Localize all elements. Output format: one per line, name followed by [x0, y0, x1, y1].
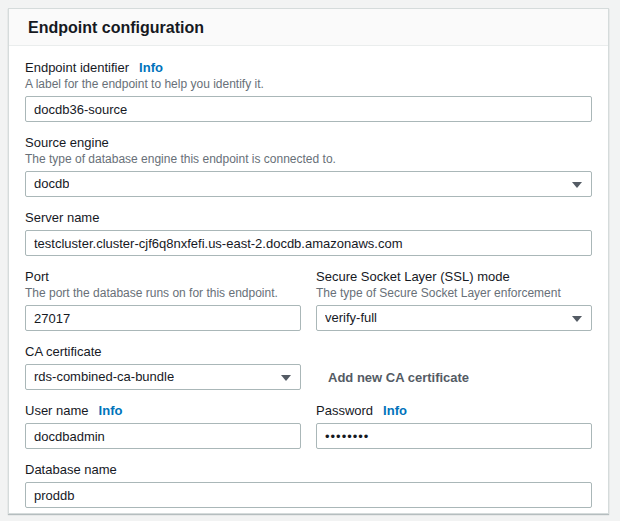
port-help: The port the database runs on for this e… [25, 286, 301, 301]
user-name-label-row: User name Info [25, 403, 301, 419]
endpoint-identifier-info-link[interactable]: Info [139, 60, 163, 76]
password-label: Password [316, 403, 373, 419]
endpoint-identifier-input[interactable] [25, 96, 592, 122]
panel-body: Endpoint identifier Info A label for the… [9, 46, 608, 508]
endpoint-identifier-help: A label for the endpoint to help you ide… [25, 77, 592, 92]
user-name-info-link[interactable]: Info [99, 403, 123, 419]
field-database-name: Database name [25, 462, 592, 508]
ssl-mode-select-value: verify-full [325, 306, 377, 330]
field-ca-certificate: CA certificate rds-combined-ca-bundle Ad… [25, 344, 592, 390]
user-name-input[interactable] [25, 423, 301, 449]
port-input[interactable] [25, 305, 301, 331]
ca-certificate-select-value: rds-combined-ca-bundle [34, 365, 174, 389]
field-user-name: User name Info [25, 403, 301, 449]
ssl-mode-help: The type of Secure Socket Layer enforcem… [316, 286, 592, 301]
database-name-label-row: Database name [25, 462, 592, 478]
field-port: Port The port the database runs on for t… [25, 269, 301, 331]
field-ssl-mode: Secure Socket Layer (SSL) mode The type … [316, 269, 592, 331]
panel-header: Endpoint configuration [9, 9, 608, 46]
server-name-label: Server name [25, 210, 99, 226]
endpoint-identifier-label: Endpoint identifier [25, 60, 129, 76]
field-server-name: Server name [25, 210, 592, 256]
ca-certificate-label: CA certificate [25, 344, 102, 360]
user-name-label: User name [25, 403, 89, 419]
port-label: Port [25, 269, 49, 285]
field-endpoint-identifier: Endpoint identifier Info A label for the… [25, 60, 592, 122]
caret-down-icon [281, 375, 291, 381]
database-name-label: Database name [25, 462, 117, 478]
ssl-mode-select[interactable]: verify-full [316, 305, 592, 331]
source-engine-select-value: docdb [34, 172, 69, 196]
panel-title: Endpoint configuration [28, 18, 589, 37]
field-password: Password Info [316, 403, 592, 449]
password-label-row: Password Info [316, 403, 592, 419]
port-label-row: Port [25, 269, 301, 285]
field-row-port-ssl: Port The port the database runs on for t… [25, 269, 592, 331]
database-name-input[interactable] [25, 482, 592, 508]
password-input[interactable] [316, 423, 592, 449]
ca-certificate-select[interactable]: rds-combined-ca-bundle [25, 364, 301, 390]
ca-certificate-row: rds-combined-ca-bundle Add new CA certif… [25, 364, 592, 390]
server-name-input[interactable] [25, 230, 592, 256]
password-info-link[interactable]: Info [383, 403, 407, 419]
endpoint-identifier-label-row: Endpoint identifier Info [25, 60, 592, 76]
caret-down-icon [572, 316, 582, 322]
field-row-credentials: User name Info Password Info [25, 403, 592, 449]
source-engine-help: The type of database engine this endpoin… [25, 152, 592, 167]
ssl-mode-label: Secure Socket Layer (SSL) mode [316, 269, 510, 285]
add-new-ca-certificate-link[interactable]: Add new CA certificate [328, 370, 469, 385]
caret-down-icon [572, 182, 582, 188]
source-engine-label-row: Source engine [25, 135, 592, 151]
endpoint-configuration-panel: Endpoint configuration Endpoint identifi… [8, 8, 609, 514]
ssl-mode-label-row: Secure Socket Layer (SSL) mode [316, 269, 592, 285]
source-engine-label: Source engine [25, 135, 109, 151]
server-name-label-row: Server name [25, 210, 592, 226]
ca-certificate-label-row: CA certificate [25, 344, 592, 360]
source-engine-select[interactable]: docdb [25, 171, 592, 197]
field-source-engine: Source engine The type of database engin… [25, 135, 592, 197]
